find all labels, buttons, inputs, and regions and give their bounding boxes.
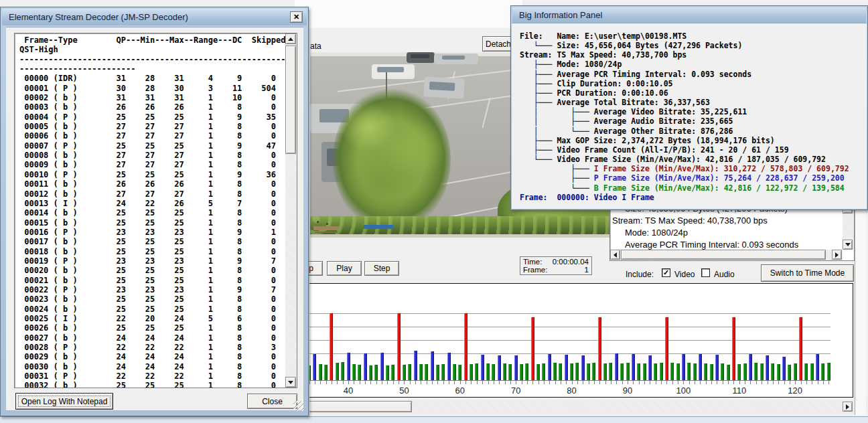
check-icon: ✓ [663,269,669,276]
decoder-vscroll-down-button[interactable] [285,377,296,388]
axis-tick [773,381,774,384]
axis-tick [599,381,600,384]
axis-tick [309,381,310,384]
video-checkbox-label[interactable]: Video [674,270,695,279]
axis-tick [695,381,695,384]
frame-bar-b [575,363,579,380]
frame-bar-b [469,364,473,380]
frame-bar-b [804,363,808,380]
tab-label-partial[interactable]: ata [310,41,321,51]
decoder-title: Elementary Stream Decoder (JM-SP Decoder… [9,12,188,22]
decoder-titlebar[interactable]: Elementary Stream Decoder (JM-SP Decoder… [2,9,307,25]
axis-tick [633,381,634,384]
decoder-vscrollbar[interactable] [285,33,297,388]
time-value: 0:00:00.04 [553,258,589,266]
frame-bar-b [520,364,523,380]
close-window-button[interactable]: ✕ [290,11,303,23]
frame-bar-I [397,313,401,380]
axis-tick [683,381,684,384]
timeline-hscroll-right-button[interactable] [843,402,853,412]
info-tree-line: ├─── PCR Duration: 0:00:10.06 [520,88,849,98]
axis-tick-label: 60 [455,386,465,396]
audio-checkbox-label[interactable]: Audio [714,270,735,279]
info-tree-line: Stream: TS Max Speed: 40,738,700 bps [520,50,849,60]
close-button[interactable]: Close [247,394,297,409]
step-button[interactable]: Step [364,261,399,276]
audio-checkbox[interactable] [701,268,710,277]
axis-tick [393,381,394,384]
detach-button[interactable]: Detach [482,36,514,52]
axis-tick [678,381,678,384]
stream-hscrollbar[interactable] [610,250,843,260]
axis-tick [360,381,360,384]
axis-tick [639,381,640,384]
frame-bar-b [458,365,461,380]
decoder-vscroll-up-button[interactable] [285,33,296,44]
axis-tick [790,381,790,384]
switch-to-time-mode-button[interactable]: Switch to Time Mode [761,264,854,282]
frame-bar-b [654,363,657,380]
axis-tick [449,381,449,384]
stream-hscroll-left-button[interactable] [610,250,620,260]
axis-tick [572,381,573,384]
axis-tick [432,381,433,384]
axis-tick [326,381,327,384]
stream-vscroll-down-button[interactable] [843,240,853,250]
time-frame-box: Time: 0:00:00.04 Frame: 1 [520,256,592,275]
video-checkbox[interactable]: ✓ [662,268,670,277]
frame-bar-I [464,313,467,380]
frame-bar-b [754,363,757,380]
frame-bar-b [587,363,590,380]
stream-hscroll-thumb[interactable] [621,250,826,260]
frame-bar-P [766,355,769,380]
frame-bar-b [743,363,747,380]
frame-bar-b [475,363,478,380]
axis-tick [354,381,354,384]
resize-grip[interactable] [293,401,303,411]
info-tree-line: ├─── Mode: 1080/24p [520,60,849,69]
axis-tick [471,381,472,384]
axis-tick-label: 80 [567,386,576,396]
frame-bar-b [419,364,423,380]
frame-bar-b [760,363,764,380]
frame-bar-I [531,317,534,380]
car-white-van [372,64,415,79]
big-info-title: Big Information Panel [519,10,602,20]
stream-hscroll-right-button[interactable] [832,250,842,260]
axis-tick [616,381,617,384]
frame-bar-b [486,363,490,380]
frame-bar-P [682,354,685,380]
frame-bar-b [810,363,814,380]
picnic-table [313,226,339,230]
frame-bar-P [481,355,484,380]
decoder-vscroll-thumb[interactable] [285,46,296,154]
axis-tick [644,381,645,384]
timeline-hscroll-thumb[interactable] [309,401,412,412]
frame-bar-b [687,363,691,380]
axis-tick [549,381,550,384]
axis-tick [778,381,779,384]
axis-tick [711,381,712,384]
play-button[interactable]: Play [327,261,362,276]
stream-info-line: Stream: TS Max Speed: 40,738,700 bps [610,215,842,227]
axis-tick [795,381,796,384]
axis-tick-label: 90 [623,386,632,396]
timeline-hscrollbar[interactable] [309,400,868,414]
decoder-log-listbox[interactable]: Frame--Type QP---Min---Max--Range---DC S… [14,33,297,388]
axis-tick [410,381,411,384]
axis-tick [320,381,321,384]
big-info-titlebar[interactable]: Big Information Panel [512,7,866,23]
axis-tick [706,381,707,384]
open-log-with-notepad-button[interactable]: Open Log With Notepad [15,393,113,410]
frame-bar-b [358,365,361,380]
info-tree-line: ├─── Average Total Bitrate: 36,337,563 [520,98,849,107]
close-icon: ✕ [293,13,299,21]
axis-tick [427,381,427,384]
axis-tick [404,381,405,384]
axis-tick [733,381,734,384]
frame-bar-P [498,355,501,380]
axis-tick [666,381,667,384]
time-label: Time: [523,258,542,266]
axis-tick [589,381,589,384]
frame-bar-b [542,363,545,380]
